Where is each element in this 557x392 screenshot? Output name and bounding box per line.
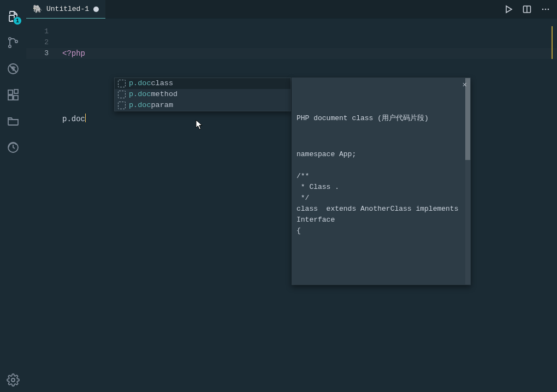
- svg-rect-5: [8, 96, 13, 100]
- scrollbar-thumb[interactable]: [465, 78, 470, 160]
- svg-point-0: [9, 38, 11, 40]
- code-text: <?php: [62, 49, 85, 58]
- debug-disabled-icon[interactable]: [0, 56, 26, 82]
- run-icon[interactable]: [499, 0, 518, 19]
- settings-gear-icon[interactable]: [0, 368, 26, 392]
- svg-rect-6: [14, 96, 18, 100]
- refresh-icon[interactable]: [0, 134, 26, 161]
- svg-rect-4: [8, 90, 13, 94]
- overview-ruler: [552, 26, 553, 59]
- snippet-icon: [118, 102, 126, 109]
- svg-point-9: [11, 378, 15, 382]
- activity-bar: 1: [0, 0, 26, 392]
- line-number-gutter: 1 2 3: [26, 26, 56, 59]
- svg-point-14: [548, 8, 549, 10]
- tab-bar: 🐘 Untitled-1: [26, 0, 557, 19]
- explorer-icon[interactable]: 1: [0, 3, 26, 29]
- code-text: p.doc: [62, 115, 85, 123]
- text-cursor: [85, 114, 86, 122]
- source-control-icon[interactable]: [0, 29, 26, 56]
- php-file-icon: 🐘: [33, 5, 42, 13]
- svg-rect-7: [14, 90, 18, 93]
- folder-icon[interactable]: [0, 108, 26, 134]
- suggestion-details-header: PHP document class (用户代码片段): [297, 113, 465, 124]
- snippet-icon: [118, 91, 126, 98]
- svg-point-13: [545, 8, 547, 10]
- suggestion-item[interactable]: p.docparam: [115, 100, 291, 111]
- tab-untitled[interactable]: 🐘 Untitled-1: [26, 0, 105, 19]
- tab-dirty-indicator: [93, 7, 99, 12]
- more-actions-icon[interactable]: [536, 0, 555, 19]
- suggestion-details: × PHP document class (用户代码片段) namespace …: [292, 78, 471, 285]
- editor-actions: [499, 0, 557, 18]
- suggestion-details-body: namespace App; /** * Class . */ class ex…: [297, 149, 465, 236]
- code-editor[interactable]: 1 2 3 <?php p.doc p.docclass p.docmethod…: [26, 19, 557, 392]
- suggestion-widget[interactable]: p.docclass p.docmethod p.docparam: [114, 78, 291, 111]
- snippet-icon: [118, 80, 126, 87]
- explorer-badge: 1: [13, 16, 22, 25]
- extensions-icon[interactable]: [0, 82, 26, 108]
- svg-point-1: [9, 45, 11, 47]
- line-number: 3: [26, 48, 49, 59]
- suggestion-label: p.docclass: [129, 78, 173, 89]
- suggestion-label: p.docparam: [129, 100, 173, 111]
- editor-group: 🐘 Untitled-1 1 2 3 <?php p.doc: [26, 0, 557, 392]
- suggestion-item[interactable]: p.docclass: [115, 78, 291, 89]
- split-editor-icon[interactable]: [518, 0, 536, 19]
- svg-point-12: [542, 8, 544, 10]
- suggestion-item[interactable]: p.docmethod: [115, 89, 291, 100]
- suggestion-label: p.docmethod: [129, 89, 177, 100]
- line-number: 1: [26, 26, 49, 37]
- line-number: 2: [26, 37, 49, 48]
- tab-title: Untitled-1: [46, 5, 89, 13]
